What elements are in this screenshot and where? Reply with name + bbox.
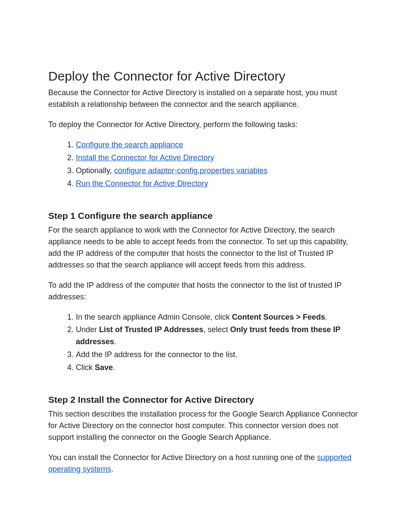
task-item-3-prefix: Optionally, (76, 166, 114, 175)
text: Click (76, 363, 95, 372)
intro-paragraph-2: To deploy the Connector for Active Direc… (48, 119, 363, 131)
step1-instruction-1: In the search appliance Admin Console, c… (76, 311, 363, 324)
step1-instruction-4: Click Save. (76, 362, 363, 374)
document-page: Deploy the Connector for Active Director… (0, 0, 411, 532)
step1-heading: Step 1 Configure the search appliance (48, 211, 363, 221)
text: Under (76, 325, 99, 334)
text: . (325, 313, 327, 321)
link-configure-search-appliance[interactable]: Configure the search appliance (76, 140, 183, 149)
step1-instruction-2: Under List of Trusted IP Addresses, sele… (76, 324, 363, 348)
link-install-connector[interactable]: Install the Connector for Active Directo… (76, 153, 214, 162)
task-item-2: Install the Connector for Active Directo… (76, 152, 363, 164)
step1-paragraph-1: For the search appliance to work with th… (48, 224, 363, 271)
step1-instruction-list: In the search appliance Admin Console, c… (48, 311, 363, 374)
text: . (114, 337, 116, 346)
step2-paragraph-1: This section describes the installation … (48, 408, 363, 443)
step1-paragraph-2: To add the IP address of the computer th… (48, 280, 363, 303)
task-item-3: Optionally, configure adaptor-config.pro… (76, 165, 363, 177)
link-configure-variables[interactable]: configure adaptor-config.properties vari… (114, 166, 268, 175)
step1-instruction-3: Add the IP address for the connector to … (76, 349, 363, 361)
task-item-1: Configure the search appliance (76, 139, 363, 151)
text: . (111, 465, 113, 473)
bold-text: Save (95, 363, 113, 372)
task-list: Configure the search appliance Install t… (48, 139, 363, 190)
text: , select (203, 325, 230, 334)
text: You can install the Connector for Active… (48, 453, 317, 462)
intro-paragraph-1: Because the Connector for Active Directo… (48, 87, 363, 110)
step2-heading: Step 2 Install the Connector for Active … (48, 395, 363, 405)
page-title: Deploy the Connector for Active Director… (48, 69, 363, 84)
text: In the search appliance Admin Console, c… (76, 313, 232, 321)
text: . (113, 363, 115, 372)
bold-text: List of Trusted IP Addresses (99, 325, 203, 334)
bold-text: Content Sources > Feeds (232, 313, 325, 321)
step2-paragraph-2: You can install the Connector for Active… (48, 452, 363, 475)
task-item-4: Run the Connector for Active Directory (76, 178, 363, 190)
link-run-connector[interactable]: Run the Connector for Active Directory (76, 179, 208, 188)
